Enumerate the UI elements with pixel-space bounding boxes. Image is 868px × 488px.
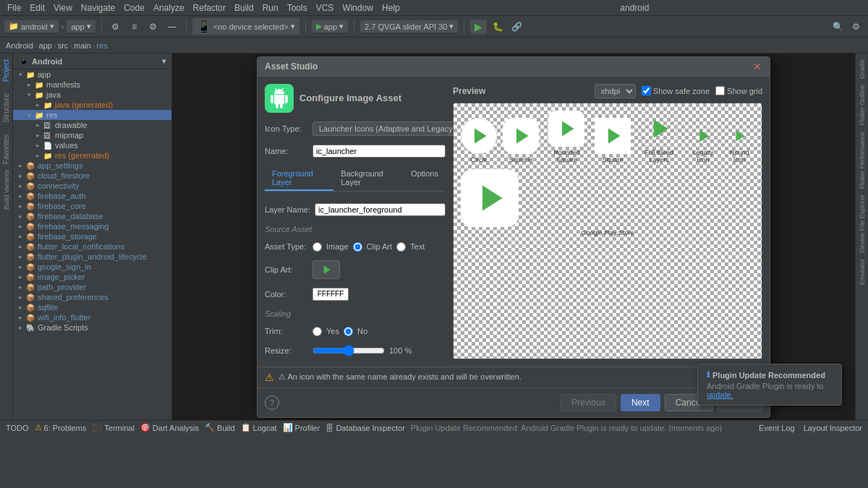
tree-firebase-messaging[interactable]: ▸ 📦 firebase_messaging — [13, 221, 171, 231]
search-btn[interactable]: 🔍 — [830, 19, 846, 35]
tree-drawable[interactable]: ▸ 🖼 drawable — [13, 120, 171, 130]
run-config[interactable]: ▶ app ▾ — [312, 20, 348, 33]
tree-wifi-info[interactable]: ▸ 📦 wifi_info_flutter — [13, 312, 171, 322]
emulator-tab[interactable]: Emulator — [859, 259, 866, 285]
dart-analysis-btn[interactable]: 🎯 Dart Analysis — [140, 423, 199, 432]
run-button[interactable]: ▶ — [470, 20, 487, 34]
bc-main[interactable]: main — [74, 41, 91, 50]
tree-java-generated[interactable]: ▸ 📁 java (generated) — [13, 100, 171, 110]
tree-cloud-firestore[interactable]: ▸ 📦 cloud_firestore — [13, 171, 171, 181]
menu-code[interactable]: Code — [119, 3, 149, 13]
flutter-perf-tab[interactable]: Flutter Performance — [859, 132, 866, 189]
icon-type-select[interactable]: Launcher Icons (Adaptive and Legacy) — [312, 121, 471, 136]
close-dialog-btn[interactable]: ✕ — [752, 61, 762, 72]
radio-clipart[interactable] — [353, 242, 362, 252]
tree-app[interactable]: ▾ 📁 app — [13, 69, 171, 80]
tree-mipmap[interactable]: ▸ 🖼 mipmap — [13, 130, 171, 140]
avd-btn[interactable]: ≡ — [127, 19, 142, 35]
sync-btn[interactable]: ⚙ — [108, 19, 124, 35]
tree-flutter-local-notifications[interactable]: ▸ 📦 flutter_local_notifications — [13, 241, 171, 252]
tree-res[interactable]: ▾ 📁 res — [13, 110, 171, 120]
structure-tab[interactable]: Structure — [2, 93, 10, 123]
menu-window[interactable]: Window — [338, 3, 378, 13]
tree-connectivity[interactable]: ▸ 📦 connectivity — [13, 181, 171, 191]
clip-art-button[interactable] — [312, 260, 340, 279]
tab-options[interactable]: Options — [404, 166, 446, 191]
tree-firebase-database[interactable]: ▸ 📦 firebase_database — [13, 211, 171, 221]
toolbar-module[interactable]: app ▾ — [67, 20, 95, 33]
gradle-tab[interactable]: Gradle — [859, 59, 866, 79]
notification-link[interactable]: update. — [707, 390, 733, 399]
bc-app[interactable]: app — [39, 41, 52, 50]
event-log-btn[interactable]: Event Log — [759, 424, 795, 432]
radio-text[interactable] — [396, 242, 406, 252]
menu-file[interactable]: File — [3, 3, 25, 13]
device-selector[interactable]: 📱 <no device selected> ▾ — [192, 18, 299, 35]
favorites-tab[interactable]: Favorites — [2, 134, 10, 164]
terminal-btn[interactable]: ⬛ Terminal — [92, 423, 135, 432]
tree-manifests[interactable]: ▸ 📁 manifests — [13, 80, 171, 90]
density-select[interactable]: xhdpi — [595, 84, 636, 98]
bc-android[interactable]: Android — [6, 41, 33, 50]
tree-app-settings[interactable]: ▸ 📦 app_settings — [13, 160, 171, 171]
debug-btn[interactable]: 🐛 — [490, 19, 506, 35]
tree-values[interactable]: ▸ 📄 values — [13, 140, 171, 150]
todo-btn[interactable]: TODO — [6, 424, 29, 432]
safe-zone-checkbox[interactable] — [642, 86, 651, 95]
device-file-tab[interactable]: Device File Explorer — [859, 194, 866, 253]
flutter-outline-tab[interactable]: Flutter Outline — [859, 85, 866, 126]
logcat-btn[interactable]: 📋 Logcat — [241, 423, 277, 432]
previous-button[interactable]: Previous — [561, 394, 616, 411]
menu-edit[interactable]: Edit — [25, 3, 49, 13]
build-variants-tab[interactable]: Build Variants — [3, 170, 10, 210]
attach-btn[interactable]: 🔗 — [509, 19, 524, 35]
menu-run[interactable]: Run — [258, 3, 283, 13]
tree-path-provider[interactable]: ▸ 📦 path_provider — [13, 282, 171, 292]
tree-res-generated[interactable]: ▸ 📁 res (generated) — [13, 150, 171, 160]
tree-sqflite[interactable]: ▸ 📦 sqflite — [13, 302, 171, 312]
tab-background[interactable]: Background Layer — [333, 166, 404, 191]
menu-help[interactable]: Help — [378, 3, 404, 13]
layout-inspector-btn[interactable]: Layout Inspector — [804, 424, 862, 432]
show-grid-checkbox[interactable] — [715, 86, 725, 95]
menu-analyze[interactable]: Analyze — [149, 3, 189, 13]
color-picker[interactable]: FFFFFF — [312, 288, 349, 301]
name-input[interactable] — [312, 145, 446, 158]
api-selector[interactable]: 2.7 QVGA slider API 30 ▾ — [360, 20, 458, 33]
settings-main-btn[interactable]: ⚙ — [848, 19, 864, 35]
database-btn[interactable]: 🗄 Database Inspector — [326, 424, 404, 432]
radio-trim-yes[interactable] — [312, 327, 322, 336]
tab-foreground[interactable]: Foreground Layer — [265, 166, 333, 191]
bc-src[interactable]: src — [58, 41, 69, 50]
radio-image[interactable] — [312, 242, 322, 252]
tree-image-picker[interactable]: ▸ 📦 image_picker — [13, 272, 171, 282]
problems-btn[interactable]: ⚠ 6: Problems — [35, 423, 87, 432]
tree-firebase-auth[interactable]: ▸ 📦 firebase_auth — [13, 191, 171, 201]
project-tab[interactable]: Project — [2, 59, 10, 82]
bc-res[interactable]: res — [96, 41, 107, 50]
menu-vcs[interactable]: VCS — [312, 3, 339, 13]
menu-navigate[interactable]: Navigate — [77, 3, 119, 13]
toolbar-project[interactable]: 📁 android ▾ — [4, 20, 59, 33]
profiler-btn[interactable]: 📊 Profiler — [283, 423, 320, 432]
menu-tools[interactable]: Tools — [283, 3, 312, 13]
tree-firebase-storage[interactable]: ▸ 📦 firebase_storage — [13, 231, 171, 241]
settings-btn[interactable]: ⚙ — [145, 19, 161, 35]
preview-full-bleed: Full Bleed Layers — [637, 111, 681, 163]
tree-shared-preferences[interactable]: ▸ 📦 shared_preferences — [13, 292, 171, 302]
radio-trim-no[interactable] — [344, 327, 353, 336]
menu-refactor[interactable]: Refactor — [189, 3, 230, 13]
menu-view[interactable]: View — [49, 3, 77, 13]
close-panel-btn[interactable]: — — [164, 19, 180, 35]
tree-gradle-scripts[interactable]: ▸ 🐘 Gradle Scripts — [13, 322, 171, 333]
tree-flutter-plugin-lifecycle[interactable]: ▸ 📦 flutter_plugin_android_lifecycle — [13, 252, 171, 262]
resize-slider[interactable] — [312, 345, 385, 356]
tree-google-sign-in[interactable]: ▸ 📦 google_sign_in — [13, 262, 171, 272]
tree-java[interactable]: ▾ 📁 java — [13, 90, 171, 100]
build-btn[interactable]: 🔨 Build — [205, 423, 234, 432]
menu-build[interactable]: Build — [230, 3, 258, 13]
help-button[interactable]: ? — [265, 395, 279, 410]
tree-firebase-core[interactable]: ▸ 📦 firebase_core — [13, 201, 171, 211]
layer-name-input[interactable] — [315, 203, 446, 216]
next-button[interactable]: Next — [621, 394, 660, 411]
